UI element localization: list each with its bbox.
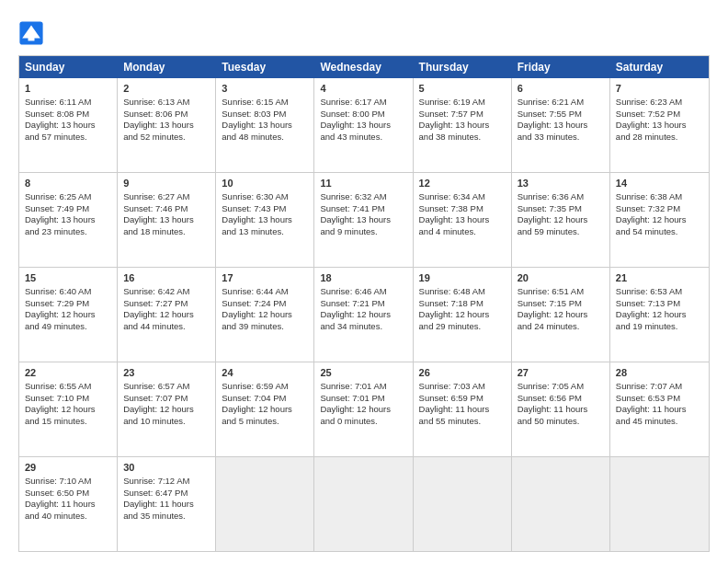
day-info-line: and 5 minutes. [222, 416, 308, 428]
day-info-line: Sunset: 7:21 PM [320, 298, 406, 310]
cal-cell: 25Sunrise: 7:01 AMSunset: 7:01 PMDayligh… [314, 362, 413, 456]
day-info-line: and 55 minutes. [419, 416, 506, 428]
day-number: 23 [123, 366, 210, 380]
day-info-line: Sunset: 7:43 PM [222, 203, 308, 215]
day-info-line: Sunrise: 6:27 AM [123, 191, 210, 203]
day-info-line: and 10 minutes. [123, 416, 210, 428]
day-number: 14 [616, 177, 703, 190]
cal-cell: 27Sunrise: 7:05 AMSunset: 6:56 PMDayligh… [512, 362, 610, 456]
day-info-line: Daylight: 13 hours [518, 120, 604, 132]
day-info-line: Sunset: 6:59 PM [419, 393, 506, 405]
cal-cell: 9Sunrise: 6:27 AMSunset: 7:46 PMDaylight… [118, 173, 216, 267]
day-info-line: Daylight: 13 hours [25, 214, 111, 226]
day-info-line: Sunset: 7:57 PM [419, 109, 506, 121]
weekday-header-friday: Friday [512, 56, 610, 78]
day-info-line: Daylight: 12 hours [25, 309, 111, 321]
day-number: 29 [25, 461, 111, 475]
day-info-line: Sunrise: 6:51 AM [518, 286, 604, 298]
day-info-line: Daylight: 11 hours [25, 499, 111, 511]
day-info-line: and 34 minutes. [320, 321, 406, 333]
day-info-line: Daylight: 12 hours [123, 404, 210, 416]
day-info-line: Sunrise: 6:42 AM [123, 286, 210, 298]
day-info-line: Daylight: 12 hours [123, 309, 210, 321]
day-info-line: Daylight: 12 hours [320, 404, 406, 416]
cal-cell: 4Sunrise: 6:17 AMSunset: 8:00 PMDaylight… [314, 78, 413, 172]
logo [18, 20, 48, 46]
day-info-line: and 38 minutes. [419, 132, 506, 144]
day-info-line: Sunset: 6:50 PM [25, 488, 111, 500]
day-number: 20 [518, 271, 604, 285]
day-info-line: Sunset: 7:18 PM [419, 298, 506, 310]
day-info-line: and 13 minutes. [222, 226, 308, 238]
day-info-line: Sunrise: 6:40 AM [25, 286, 111, 298]
day-number: 13 [518, 177, 604, 190]
cal-cell: 21Sunrise: 6:53 AMSunset: 7:13 PMDayligh… [610, 268, 709, 362]
cal-cell [216, 457, 314, 551]
day-info-line: Sunrise: 6:55 AM [25, 381, 111, 393]
cal-cell [314, 457, 413, 551]
cal-cell [512, 457, 610, 551]
day-info-line: Daylight: 11 hours [518, 404, 604, 416]
day-info-line: Sunset: 6:47 PM [123, 488, 210, 500]
day-info-line: Daylight: 12 hours [518, 214, 604, 226]
day-info-line: Sunset: 7:10 PM [25, 393, 111, 405]
day-number: 5 [419, 82, 506, 96]
day-info-line: Sunrise: 6:21 AM [518, 97, 604, 109]
day-info-line: Daylight: 13 hours [320, 214, 406, 226]
day-number: 16 [123, 271, 210, 285]
day-info-line: Daylight: 12 hours [616, 214, 703, 226]
cal-row-1: 1Sunrise: 6:11 AMSunset: 8:08 PMDaylight… [19, 78, 709, 173]
day-info-line: Sunrise: 7:01 AM [320, 381, 406, 393]
day-info-line: Sunset: 7:49 PM [25, 203, 111, 215]
day-info-line: Sunset: 7:41 PM [320, 203, 406, 215]
cal-cell: 23Sunrise: 6:57 AMSunset: 7:07 PMDayligh… [118, 362, 216, 456]
day-number: 27 [518, 366, 604, 380]
weekday-header-saturday: Saturday [610, 56, 709, 78]
day-info-line: Sunset: 6:53 PM [616, 393, 703, 405]
cal-cell: 19Sunrise: 6:48 AMSunset: 7:18 PMDayligh… [414, 268, 512, 362]
day-info-line: and 43 minutes. [320, 132, 406, 144]
day-info-line: Sunrise: 6:17 AM [320, 97, 406, 109]
day-info-line: Sunset: 6:56 PM [518, 393, 604, 405]
day-number: 7 [616, 82, 703, 96]
day-info-line: Sunrise: 7:07 AM [616, 381, 703, 393]
cal-row-2: 8Sunrise: 6:25 AMSunset: 7:49 PMDaylight… [19, 173, 709, 268]
day-info-line: Sunset: 7:32 PM [616, 203, 703, 215]
day-info-line: and 44 minutes. [123, 321, 210, 333]
day-info-line: and 15 minutes. [25, 416, 111, 428]
day-info-line: and 54 minutes. [616, 226, 703, 238]
day-info-line: Daylight: 12 hours [222, 404, 308, 416]
cal-row-4: 22Sunrise: 6:55 AMSunset: 7:10 PMDayligh… [19, 362, 709, 457]
day-number: 8 [25, 177, 111, 190]
day-info-line: and 28 minutes. [616, 132, 703, 144]
day-info-line: Sunrise: 6:57 AM [123, 381, 210, 393]
day-info-line: Sunset: 7:13 PM [616, 298, 703, 310]
day-info-line: and 40 minutes. [25, 511, 111, 523]
day-info-line: Sunset: 8:08 PM [25, 109, 111, 121]
day-info-line: and 52 minutes. [123, 132, 210, 144]
day-info-line: Daylight: 13 hours [123, 120, 210, 132]
svg-rect-2 [28, 36, 35, 41]
header [18, 17, 710, 46]
weekday-header-wednesday: Wednesday [314, 56, 413, 78]
day-info-line: Daylight: 12 hours [616, 309, 703, 321]
day-number: 22 [25, 366, 111, 380]
day-info-line: Sunrise: 6:53 AM [616, 286, 703, 298]
cal-cell [610, 457, 709, 551]
day-info-line: Sunrise: 6:44 AM [222, 286, 308, 298]
day-info-line: and 9 minutes. [320, 226, 406, 238]
day-info-line: Daylight: 13 hours [419, 120, 506, 132]
cal-cell: 29Sunrise: 7:10 AMSunset: 6:50 PMDayligh… [19, 457, 118, 551]
day-info-line: Sunrise: 6:48 AM [419, 286, 506, 298]
day-info-line: Sunset: 7:24 PM [222, 298, 308, 310]
day-number: 6 [518, 82, 604, 96]
day-info-line: and 49 minutes. [25, 321, 111, 333]
day-info-line: Daylight: 11 hours [419, 404, 506, 416]
day-info-line: and 4 minutes. [419, 226, 506, 238]
day-info-line: and 18 minutes. [123, 226, 210, 238]
weekday-header-monday: Monday [118, 56, 216, 78]
day-info-line: Sunset: 7:52 PM [616, 109, 703, 121]
cal-cell: 17Sunrise: 6:44 AMSunset: 7:24 PMDayligh… [216, 268, 314, 362]
day-info-line: Sunrise: 6:34 AM [419, 191, 506, 203]
cal-cell: 12Sunrise: 6:34 AMSunset: 7:38 PMDayligh… [414, 173, 512, 267]
